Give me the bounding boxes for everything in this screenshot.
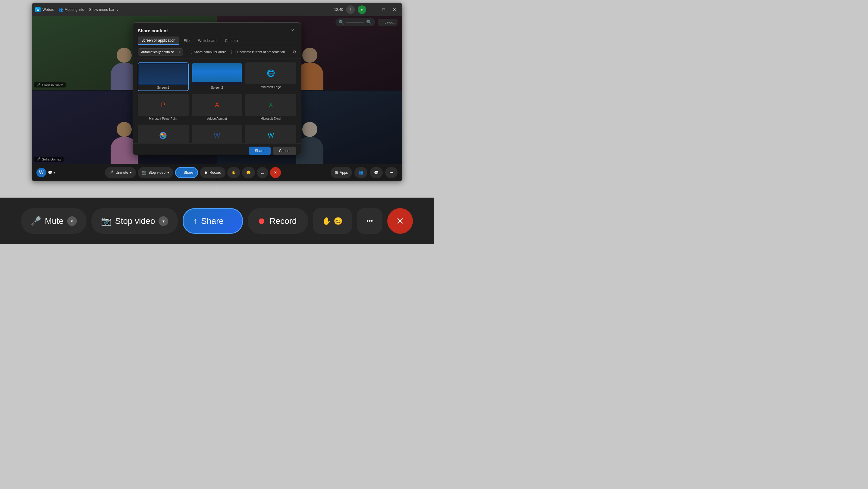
apps-icon: ⊞ — [335, 170, 338, 175]
end-call-icon: ✕ — [274, 170, 277, 175]
app-name: Webex — [42, 7, 54, 12]
powerpoint-icon: P — [138, 94, 189, 116]
record-big-label: Record — [270, 216, 297, 226]
tab-camera[interactable]: Camera — [221, 36, 241, 45]
app-acrobat-item[interactable]: A Adobe Acrobat — [192, 94, 243, 121]
app-powerpoint-thumb: P — [138, 94, 189, 116]
modal-overlay: Share content × Screen or application Fi… — [32, 16, 402, 164]
optimize-select[interactable]: Automatically optimize — [138, 48, 183, 56]
chevron-down-icon-big: ▾ — [71, 219, 73, 224]
end-call-button[interactable]: ✕ — [270, 167, 281, 178]
app-chrome-item[interactable]: Google Chrome — [138, 124, 189, 143]
app-acrobat-label: Adobe Acrobat — [192, 116, 243, 121]
modal-title: Share content — [138, 28, 168, 33]
stop-video-button[interactable]: 📷 Stop video ▾ — [138, 167, 173, 178]
chevron-down-icon-video: ▾ — [162, 219, 164, 224]
share-button-toolbar[interactable]: ↑ Share — [175, 167, 198, 178]
stop-video-chevron-icon[interactable]: ▾ — [158, 216, 168, 226]
record-big-button[interactable]: ⏺ Record — [248, 208, 308, 234]
more-big-button[interactable]: ••• — [357, 208, 382, 234]
participants-icon: 👥 — [359, 170, 363, 175]
camera-big-icon: 📷 — [101, 216, 112, 226]
show-me-checkbox[interactable]: Show me in front of presentation — [231, 50, 285, 54]
screen-1-label: Screen 1 — [138, 85, 188, 90]
excel-icon: X — [245, 94, 296, 116]
hand-emoji-button[interactable]: ✋ 😊 — [313, 208, 352, 234]
unmute-button[interactable]: 🎤 Unmute ▾ — [105, 167, 136, 178]
close-button[interactable]: ✕ — [390, 6, 399, 13]
more-options-button[interactable]: ... — [257, 167, 268, 178]
big-bottom-bar: 🎤 Mute ▾ 📷 Stop video ▾ ↑ Share ⏺ Record… — [0, 198, 434, 244]
cancel-button[interactable]: Cancel — [273, 147, 296, 155]
share-audio-checkbox-box[interactable] — [188, 50, 192, 54]
app-word-item[interactable]: W Microsoft Word — [192, 124, 243, 143]
tab-file[interactable]: File — [180, 36, 193, 45]
hand-icon-big: ✋ — [322, 217, 331, 225]
emoji-icon-big: 😊 — [334, 217, 343, 225]
share-big-button[interactable]: ↑ Share — [183, 208, 243, 234]
end-call-big-button[interactable]: ✕ — [387, 208, 413, 234]
screen-1-item[interactable]: Screen 1 — [138, 62, 189, 91]
chat-button[interactable]: 💬 — [370, 167, 383, 178]
mic-big-icon: 🎤 — [31, 216, 41, 226]
help-button[interactable]: ? — [346, 5, 355, 14]
app-logo: W Webex — [35, 7, 54, 12]
word-icon: W — [192, 124, 243, 143]
share-icon: ↑ — [180, 170, 182, 175]
minimize-button[interactable]: ─ — [369, 6, 377, 13]
app-excel-item[interactable]: X Microsoft Excel — [245, 94, 296, 121]
chevron-icon: ▾ — [130, 170, 132, 175]
webex-icon: W — [35, 7, 41, 12]
edge-icon: 🌐 — [245, 62, 296, 84]
modal-tabs: Screen or application File Whiteboard Ca… — [133, 34, 301, 45]
show-me-checkbox-box[interactable] — [231, 50, 236, 54]
app-excel-label: Microsoft Excel — [245, 116, 296, 121]
record-big-icon: ⏺ — [257, 216, 266, 226]
title-bar: W Webex 👥 Meeting info Show menu bar ⌄ 1… — [32, 3, 402, 16]
show-menu-bar-btn[interactable]: Show menu bar ⌄ — [89, 7, 119, 12]
screen-2-thumb — [192, 63, 242, 85]
modal-header: Share content × — [133, 23, 301, 34]
app-webex-item[interactable]: W — [245, 124, 296, 143]
screen-2-item[interactable]: Screen 2 — [192, 62, 243, 91]
tab-screen-or-application[interactable]: Screen or application — [138, 36, 179, 45]
settings-gear-button[interactable]: ⚙ — [292, 50, 296, 54]
chevron-down-icon: ⌄ — [116, 7, 119, 12]
participants-button[interactable]: 👥 — [354, 167, 367, 178]
chevron-icon-2: ▾ — [167, 170, 169, 175]
app-powerpoint-item[interactable]: P Microsoft PowerPoint — [138, 94, 189, 121]
stop-video-big-button[interactable]: 📷 Stop video ▾ — [91, 208, 178, 234]
meeting-info-icon: 👥 — [59, 7, 63, 12]
mute-big-button[interactable]: 🎤 Mute ▾ — [21, 208, 87, 234]
meeting-info-label: Meeting info — [64, 7, 84, 12]
chat-icon: 💬 — [374, 170, 378, 175]
more-button-right[interactable]: ••• — [385, 167, 398, 178]
optimize-select-wrapper[interactable]: Automatically optimize ▾ — [138, 48, 183, 56]
avatar-button[interactable]: ● — [358, 5, 366, 14]
meeting-info-btn[interactable]: 👥 Meeting info — [59, 7, 84, 12]
show-menu-label: Show menu bar — [89, 7, 115, 12]
share-content-modal: Share content × Screen or application Fi… — [133, 22, 301, 155]
chrome-icon — [138, 124, 189, 143]
show-me-label: Show me in front of presentation — [237, 50, 285, 54]
tab-whiteboard[interactable]: Whiteboard — [194, 36, 220, 45]
share-big-icon: ↑ — [193, 216, 197, 226]
raise-hand-button[interactable]: ✋ — [227, 167, 240, 178]
stop-video-big-label: Stop video — [115, 216, 155, 226]
apps-button[interactable]: ⊞ Apps — [331, 167, 352, 178]
record-button-toolbar[interactable]: ⏺ Record — [200, 167, 225, 178]
app-edge-item[interactable]: 🌐 Microsoft Edge — [245, 62, 296, 91]
app-excel-thumb: X — [245, 94, 296, 116]
mute-chevron-icon[interactable]: ▾ — [67, 216, 77, 226]
webex-app-icon: W — [245, 124, 296, 143]
share-button[interactable]: Share — [249, 147, 271, 155]
toolbar-chat-icon[interactable]: 💬 ▾ — [48, 170, 55, 175]
share-audio-checkbox[interactable]: Share computer audio — [188, 50, 226, 54]
more-big-icon: ••• — [367, 218, 373, 225]
modal-close-button[interactable]: × — [289, 27, 296, 34]
toolbar-right: ⊞ Apps 👥 💬 ••• — [331, 167, 402, 178]
mute-big-label: Mute — [45, 216, 64, 226]
maximize-button[interactable]: □ — [380, 6, 387, 13]
reaction-button[interactable]: 😊 — [242, 167, 255, 178]
share-audio-label: Share computer audio — [194, 50, 226, 54]
